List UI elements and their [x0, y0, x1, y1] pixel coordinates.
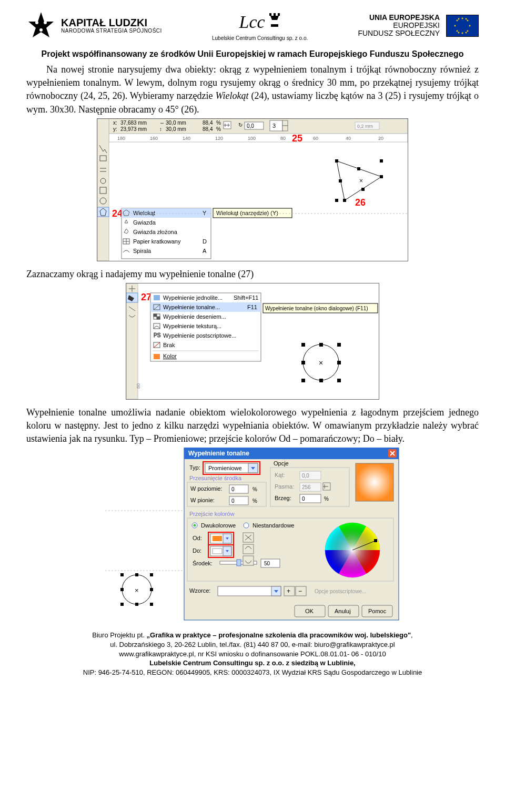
svg-text:%: % [216, 126, 221, 132]
svg-rect-107 [157, 317, 160, 319]
svg-text:↔: ↔ [159, 120, 165, 126]
svg-text:Gwiazda złożona: Gwiazda złożona [133, 229, 178, 235]
svg-text:Wypełnienie tonalne...: Wypełnienie tonalne... [163, 304, 220, 310]
kapital-ludzki-logo: KAPITAŁ LUDZKI NARODOWA STRATEGIA SPÓJNO… [26, 11, 162, 40]
svg-text:88,4: 88,4 [203, 120, 213, 126]
svg-text:Wzorce:: Wzorce: [189, 587, 210, 594]
svg-rect-131 [150, 573, 153, 576]
svg-text:20: 20 [378, 136, 383, 141]
svg-text:60: 60 [313, 136, 318, 141]
svg-rect-170 [356, 463, 393, 501]
svg-rect-121 [301, 379, 305, 382]
svg-point-16 [466, 18, 467, 19]
figure-27: 27 Wypełnienie jednolite...Shift+F11 Wyp… [126, 283, 379, 400]
funding-header: KAPITAŁ LUDZKI NARODOWA STRATEGIA SPÓJNO… [26, 0, 479, 47]
svg-rect-116 [301, 343, 305, 347]
svg-text:Wypełnienie postscriptowe...: Wypełnienie postscriptowe... [163, 332, 236, 339]
svg-text:30,0 mm: 30,0 mm [166, 126, 186, 132]
svg-rect-194 [243, 544, 254, 554]
svg-text:x:: x: [113, 120, 117, 126]
svg-rect-77 [380, 175, 383, 178]
svg-text:F11: F11 [247, 304, 257, 310]
callout-25: 25 [292, 133, 302, 144]
svg-text:88,4: 88,4 [203, 126, 213, 132]
svg-text:%: % [252, 498, 257, 504]
svg-rect-119 [301, 361, 305, 364]
svg-text:Od:: Od: [193, 535, 202, 541]
project-cofinanced-line: Projekt współfinansowany ze środków Unii… [26, 48, 479, 60]
svg-text:D: D [203, 238, 207, 245]
svg-text:Niestandardowe: Niestandardowe [252, 522, 295, 529]
svg-rect-4 [269, 13, 271, 16]
svg-point-17 [458, 18, 460, 19]
svg-point-11 [469, 25, 471, 26]
svg-text:Spirala: Spirala [133, 248, 152, 254]
svg-text:↻: ↻ [238, 122, 243, 128]
svg-text:Papier kratkowany: Papier kratkowany [133, 238, 181, 245]
svg-text:0: 0 [231, 498, 235, 504]
svg-text:Shift+F11: Shift+F11 [234, 295, 258, 301]
svg-text:180: 180 [117, 136, 125, 141]
svg-rect-120 [337, 361, 341, 364]
svg-point-174 [194, 524, 196, 527]
lcc-logo: Lcc Lubelskie Centrum Consultingu sp. z … [212, 9, 308, 42]
paragraph-2: Zaznaczamy okrąg i nadajemy mu wypełnien… [26, 268, 479, 281]
svg-text:PS: PS [154, 332, 161, 338]
svg-text:Brak: Brak [163, 342, 175, 348]
svg-rect-40 [282, 120, 288, 126]
kl-subtitle: NARODOWA STRATEGIA SPÓJNOŚCI [61, 28, 162, 34]
svg-marker-0 [28, 12, 54, 37]
svg-text:Wielokąt (narzędzie) (Y): Wielokąt (narzędzie) (Y) [216, 210, 278, 216]
svg-text:0,2 mm: 0,2 mm [357, 124, 373, 129]
svg-point-9 [462, 32, 463, 34]
svg-text:0: 0 [302, 496, 305, 502]
svg-point-1 [35, 21, 38, 24]
svg-rect-41 [282, 126, 288, 131]
svg-point-3 [39, 28, 43, 32]
svg-rect-135 [135, 603, 138, 606]
svg-text:OK: OK [305, 608, 314, 614]
svg-text:0: 0 [231, 486, 235, 492]
svg-text:Do:: Do: [193, 547, 201, 554]
svg-text:23,973 mm: 23,973 mm [120, 126, 147, 132]
svg-point-12 [457, 19, 458, 21]
svg-rect-7 [271, 24, 278, 27]
svg-text:Przejście kolorów: Przejście kolorów [189, 511, 235, 517]
svg-point-10 [454, 25, 456, 26]
svg-point-2 [44, 21, 47, 24]
svg-rect-190 [237, 560, 241, 566]
figure-24-25-26: x:37,683 mm y:23,973 mm ↔30,0 mm ↕30,0 m… [97, 118, 408, 261]
svg-text:140: 140 [183, 136, 190, 141]
callout-27: 27 [141, 292, 152, 302]
svg-text:Wypełnienie teksturą...: Wypełnienie teksturą... [163, 323, 221, 329]
svg-rect-6 [278, 13, 280, 16]
svg-text:Dwukolorowe: Dwukolorowe [201, 522, 236, 529]
svg-rect-80 [361, 188, 365, 191]
lcc-caption: Lubelskie Centrum Consultingu sp. z o.o. [212, 35, 308, 42]
svg-text:%: % [252, 486, 257, 492]
svg-rect-134 [120, 603, 124, 606]
svg-text:Typ:: Typ: [189, 464, 200, 471]
svg-rect-118 [337, 343, 341, 347]
svg-point-13 [467, 19, 469, 21]
paragraph-3: Wypełnienie tonalne umożliwia nadanie ob… [26, 406, 479, 446]
svg-text:50: 50 [264, 561, 270, 566]
svg-text:Wypełnienie tonalne: Wypełnienie tonalne [188, 450, 249, 457]
svg-rect-180 [213, 536, 222, 541]
paragraph-1: Na nowej stronie narysujemy dwa obiekty:… [26, 63, 479, 116]
svg-text:Opcje: Opcje [274, 460, 289, 466]
svg-text:Promieniowe: Promieniowe [208, 465, 242, 471]
kl-title: KAPITAŁ LUDZKI [61, 17, 162, 28]
svg-rect-81 [339, 179, 342, 182]
svg-point-18 [466, 32, 467, 33]
svg-rect-195 [243, 556, 254, 565]
eu-flag-icon [446, 15, 479, 37]
svg-rect-117 [319, 343, 323, 347]
svg-text:%: % [216, 120, 221, 126]
svg-rect-122 [319, 379, 323, 382]
ue-line2: EUROPEJSKI [358, 22, 440, 29]
svg-point-14 [457, 30, 458, 32]
svg-text:30,0 mm: 30,0 mm [166, 120, 186, 126]
svg-text:40: 40 [346, 136, 351, 141]
svg-text:160: 160 [150, 136, 158, 141]
